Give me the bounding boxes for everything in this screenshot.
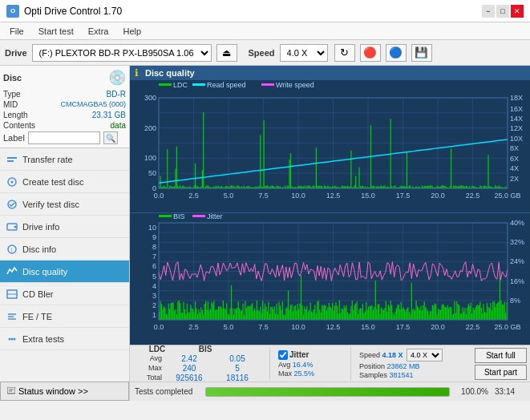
right-panel: ℹ Disc quality LDC BIS Avg 2.42 — [130, 66, 530, 401]
speed-label: Speed — [249, 48, 275, 58]
menu-help[interactable]: Help — [116, 25, 148, 38]
divider-2 — [350, 347, 351, 380]
start-buttons-group: Start full Start part — [475, 348, 527, 380]
upper-chart-area — [130, 80, 530, 213]
minimize-button[interactable]: − — [482, 5, 495, 18]
progress-percent: 100.0% — [456, 387, 488, 396]
contents-label: Contents — [3, 121, 35, 130]
progress-track — [205, 387, 450, 397]
svg-text:i: i — [11, 247, 13, 252]
status-text: Tests completed — [135, 387, 199, 396]
menu-extra[interactable]: Extra — [82, 25, 115, 38]
mid-value: CMCMAGBA5 (000) — [60, 100, 126, 109]
ldc-avg: 2.42 — [181, 354, 196, 363]
disc-panel-label: Disc — [3, 73, 22, 83]
menu-bar: File Start test Extra Help — [0, 22, 530, 40]
chart-header: ℹ Disc quality — [130, 66, 530, 80]
ldc-header: LDC — [149, 345, 166, 353]
samples-value: 381541 — [390, 371, 414, 379]
save-button[interactable]: 💾 — [411, 44, 432, 62]
mid-label: MID — [3, 100, 18, 109]
nav-item-disc-quality[interactable]: Disc quality — [0, 260, 129, 283]
svg-point-6 — [14, 225, 17, 228]
nav-items: Transfer rate Create test disc Verify te… — [0, 148, 129, 350]
disc-icon: 💿 — [108, 69, 126, 87]
close-button[interactable]: ✕ — [511, 5, 524, 18]
drive-select[interactable]: (F:) PLEXTOR BD-R PX-LB950SA 1.06 — [32, 44, 212, 62]
chart-title-icon: ℹ — [135, 67, 139, 79]
transfer-rate-icon — [6, 154, 18, 165]
nav-item-fe-te[interactable]: FE / TE — [0, 305, 129, 328]
speed-select[interactable]: 4.0 X — [280, 44, 328, 62]
cd-bler-icon — [6, 289, 18, 300]
status-icon — [7, 387, 15, 395]
label-input[interactable] — [28, 131, 100, 144]
svg-point-14 — [9, 337, 11, 340]
verify-icon — [6, 199, 18, 210]
start-full-button[interactable]: Start full — [475, 348, 527, 363]
speed-dropdown[interactable]: 4.0 X — [407, 349, 443, 361]
time-display: 33:14 — [495, 387, 525, 396]
drive-label: Drive — [5, 48, 27, 58]
nav-item-verify-test-disc[interactable]: Verify test disc — [0, 193, 129, 216]
status-window-button[interactable]: Status window >> — [0, 382, 129, 401]
svg-point-3 — [11, 180, 14, 183]
nav-item-drive-info[interactable]: Drive info — [0, 216, 129, 238]
drive-bar: Drive (F:) PLEXTOR BD-R PX-LB950SA 1.06 … — [0, 40, 530, 66]
refresh-button[interactable]: ↻ — [334, 44, 355, 62]
jitter-max: 25.5% — [294, 370, 315, 378]
svg-point-15 — [11, 337, 14, 340]
svg-rect-0 — [7, 157, 17, 159]
drive-icon — [6, 221, 18, 232]
stats-bar: LDC BIS Avg 2.42 0.05 Max 240 5 Total 92… — [130, 345, 530, 382]
divider-1 — [269, 347, 270, 380]
samples-key: Samples — [359, 371, 390, 379]
bis-avg: 0.05 — [229, 354, 245, 363]
jitter-label: Jitter — [289, 350, 309, 359]
verify-button[interactable]: 🔵 — [386, 44, 407, 62]
speed-group: Speed 4.18 X 4.0 X Position 23862 MB Sam… — [359, 349, 443, 379]
bis-max: 5 — [235, 364, 240, 373]
nav-item-create-test-disc[interactable]: Create test disc — [0, 171, 129, 193]
svg-rect-1 — [7, 160, 14, 162]
jitter-group: Jitter Avg 16.4% Max 25.5% — [278, 350, 342, 378]
type-value: BD-R — [107, 90, 126, 99]
svg-rect-17 — [7, 387, 15, 394]
contents-value: data — [111, 121, 126, 130]
jitter-checkbox[interactable] — [278, 350, 288, 360]
length-value: 23.31 GB — [92, 111, 126, 119]
start-part-button[interactable]: Start part — [475, 365, 527, 380]
sidebar: Disc 💿 Type BD-R MID CMCMAGBA5 (000) Len… — [0, 66, 130, 401]
label-label: Label — [3, 133, 25, 143]
type-label: Type — [3, 90, 21, 99]
menu-file[interactable]: File — [3, 25, 30, 38]
jitter-avg: 16.4% — [293, 361, 314, 369]
extra-tests-icon — [6, 333, 18, 345]
progress-bar-area: Tests completed 100.0% 33:14 — [130, 382, 530, 401]
nav-item-disc-info[interactable]: i Disc info — [0, 238, 129, 260]
label-search-button[interactable]: 🔍 — [103, 131, 118, 144]
speed-key: Speed — [359, 351, 382, 359]
disc-quality-icon — [6, 266, 18, 277]
fe-te-icon — [6, 311, 18, 322]
nav-item-transfer-rate[interactable]: Transfer rate — [0, 148, 129, 171]
progress-fill — [206, 388, 449, 396]
nav-item-cd-bler[interactable]: CD Bler — [0, 283, 129, 305]
app-title: Opti Drive Control 1.70 — [24, 6, 122, 17]
create-disc-icon — [6, 176, 18, 188]
menu-start-test[interactable]: Start test — [32, 25, 80, 38]
nav-item-extra-tests[interactable]: Extra tests — [0, 328, 129, 350]
eject-button[interactable]: ⏏ — [216, 44, 237, 62]
length-label: Length — [3, 111, 28, 119]
ldc-max: 240 — [183, 364, 196, 373]
burn-button[interactable]: 🔴 — [360, 44, 381, 62]
status-section: Status window >> — [0, 382, 129, 401]
maximize-button[interactable]: □ — [496, 5, 509, 18]
speed-value: 4.18 X — [382, 351, 403, 359]
position-value: 23862 MB — [387, 362, 420, 370]
lower-chart-area — [130, 213, 530, 345]
chart-title: Disc quality — [145, 68, 195, 78]
position-key: Position — [359, 362, 387, 370]
disc-panel: Disc 💿 Type BD-R MID CMCMAGBA5 (000) Len… — [0, 66, 129, 148]
bis-header: BIS — [199, 345, 212, 353]
